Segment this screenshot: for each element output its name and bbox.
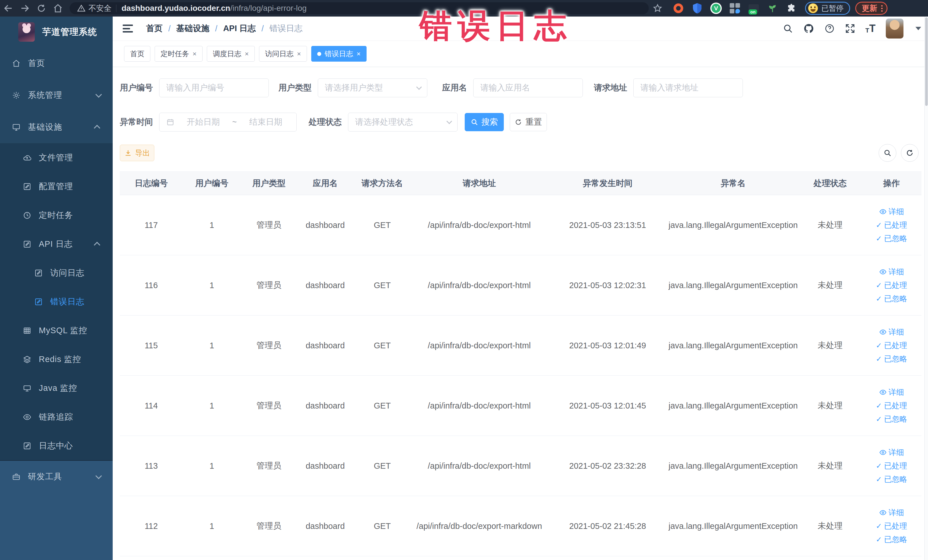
search-icon[interactable] bbox=[783, 23, 793, 34]
sidebar-item-配置管理[interactable]: 配置管理 bbox=[0, 172, 113, 201]
profile-paused-badge[interactable]: 已暂停 bbox=[805, 2, 850, 15]
tag-调度日志[interactable]: 调度日志× bbox=[207, 46, 255, 62]
sidebar-item-基础设施[interactable]: 基础设施 bbox=[0, 111, 113, 143]
extension-plant-icon[interactable] bbox=[766, 2, 779, 15]
tag-首页[interactable]: 首页 bbox=[124, 46, 150, 62]
chevron-down-icon[interactable] bbox=[916, 27, 921, 30]
close-icon[interactable]: × bbox=[192, 50, 197, 57]
eye-icon bbox=[879, 208, 887, 215]
export-button[interactable]: 导出 bbox=[120, 145, 154, 161]
extension-v-icon[interactable]: V bbox=[710, 2, 722, 15]
hamburger-icon[interactable] bbox=[123, 24, 134, 34]
action-详细[interactable]: 详细 bbox=[879, 206, 904, 217]
refresh-table-button[interactable] bbox=[901, 144, 919, 162]
breadcrumb-item[interactable]: 首页 bbox=[146, 23, 163, 34]
action-已处理[interactable]: ✓已处理 bbox=[876, 401, 907, 411]
extension-shield-icon[interactable] bbox=[691, 2, 704, 15]
cell-method: GET bbox=[354, 436, 411, 496]
sidebar-item-系统管理[interactable]: 系统管理 bbox=[0, 79, 113, 111]
table-header-row: 日志编号用户编号用户类型应用名请求方法名请求地址异常发生时间异常名处理状态操作 bbox=[120, 172, 922, 195]
action-已忽略[interactable]: ✓已忽略 bbox=[876, 293, 907, 304]
action-已处理[interactable]: ✓已处理 bbox=[876, 340, 907, 351]
user-avatar[interactable] bbox=[886, 18, 904, 38]
tag-访问日志[interactable]: 访问日志× bbox=[259, 46, 307, 62]
search-button[interactable]: 搜索 bbox=[465, 113, 504, 131]
app-name-input[interactable]: 请输入应用名 bbox=[473, 78, 583, 97]
scrollbar-thumb[interactable] bbox=[925, 17, 928, 106]
sidebar-item-研发工具[interactable]: 研发工具 bbox=[0, 461, 113, 493]
action-已忽略[interactable]: ✓已忽略 bbox=[876, 534, 907, 545]
main-panel: 首页/基础设施/API 日志/错误日志 TT 首页定时任务×调度日志×访问日志×… bbox=[113, 17, 928, 560]
sidebar-item-Java 监控[interactable]: Java 监控 bbox=[0, 374, 113, 403]
sidebar-item-首页[interactable]: 首页 bbox=[0, 47, 113, 79]
cell-app: dashboard bbox=[297, 255, 354, 316]
address-bar[interactable]: 不安全 dashboard.yudao.iocoder.cn/infra/log… bbox=[70, 2, 649, 14]
action-已处理[interactable]: ✓已处理 bbox=[876, 461, 907, 471]
action-已忽略[interactable]: ✓已忽略 bbox=[876, 354, 907, 364]
process-status-select[interactable]: 请选择处理状态 bbox=[348, 113, 458, 131]
extension-orange-icon[interactable] bbox=[672, 2, 685, 15]
sidebar-item-定时任务[interactable]: 定时任务 bbox=[0, 201, 113, 230]
close-icon[interactable]: × bbox=[297, 50, 301, 57]
page-scrollbar[interactable] bbox=[924, 17, 928, 560]
eye-icon bbox=[879, 509, 887, 516]
sidebar-item-MySQL 监控[interactable]: MySQL 监控 bbox=[0, 316, 113, 345]
bookmark-star-icon[interactable] bbox=[653, 3, 662, 13]
filter-row-1: 用户编号 请输入用户编号 用户类型 请选择用户类型 应用名 请输入应用名 请求地… bbox=[120, 78, 922, 97]
tag-定时任务[interactable]: 定时任务× bbox=[155, 46, 203, 62]
sidebar-item-API 日志[interactable]: API 日志 bbox=[0, 230, 113, 258]
extension-on-icon[interactable]: on bbox=[748, 2, 760, 15]
extension-grid-icon[interactable] bbox=[729, 2, 741, 15]
forward-icon[interactable] bbox=[17, 0, 33, 17]
doc-edit-icon bbox=[23, 240, 31, 249]
home-icon[interactable] bbox=[50, 0, 66, 17]
action-详细[interactable]: 详细 bbox=[879, 447, 904, 458]
help-icon[interactable] bbox=[824, 23, 835, 34]
sidebar-item-错误日志[interactable]: 错误日志 bbox=[0, 287, 113, 316]
exception-time-range-picker[interactable]: 开始日期 ~ 结束日期 bbox=[159, 113, 297, 131]
kebab-menu-icon[interactable] bbox=[881, 5, 883, 12]
cell-user_type: 管理员 bbox=[241, 496, 297, 556]
close-icon[interactable]: × bbox=[245, 50, 249, 57]
action-已处理[interactable]: ✓已处理 bbox=[876, 280, 907, 290]
cell-method: GET bbox=[354, 316, 411, 376]
action-已忽略[interactable]: ✓已忽略 bbox=[876, 474, 907, 484]
action-已处理[interactable]: ✓已处理 bbox=[876, 220, 907, 230]
sidebar-item-日志中心[interactable]: 日志中心 bbox=[0, 431, 113, 460]
request-url-input[interactable]: 请输入请求地址 bbox=[633, 78, 743, 97]
sidebar-item-访问日志[interactable]: 访问日志 bbox=[0, 258, 113, 287]
error-log-table: 日志编号用户编号用户类型应用名请求方法名请求地址异常发生时间异常名处理状态操作 … bbox=[120, 171, 922, 556]
chrome-update-button[interactable]: 更新 bbox=[855, 2, 887, 15]
cell-method: GET bbox=[354, 255, 411, 316]
breadcrumb-item[interactable]: 基础设施 bbox=[176, 23, 209, 34]
action-已忽略[interactable]: ✓已忽略 bbox=[876, 414, 907, 424]
fullscreen-icon[interactable] bbox=[845, 23, 855, 34]
breadcrumb-item[interactable]: API 日志 bbox=[223, 23, 256, 34]
action-详细[interactable]: 详细 bbox=[879, 267, 904, 277]
reset-button[interactable]: 重置 bbox=[510, 113, 547, 131]
action-详细[interactable]: 详细 bbox=[879, 508, 904, 518]
action-详细[interactable]: 详细 bbox=[879, 327, 904, 337]
font-size-icon[interactable]: TT bbox=[865, 23, 876, 34]
calendar-icon bbox=[166, 118, 174, 126]
cell-url: /api/infra/db-doc/export-html bbox=[411, 255, 548, 316]
user-type-select[interactable]: 请选择用户类型 bbox=[318, 78, 427, 97]
tag-错误日志[interactable]: 错误日志× bbox=[311, 46, 366, 62]
sidebar-item-Redis 监控[interactable]: Redis 监控 bbox=[0, 345, 113, 374]
reload-icon[interactable] bbox=[33, 0, 50, 17]
toggle-search-button[interactable] bbox=[879, 144, 896, 162]
user-id-input[interactable]: 请输入用户编号 bbox=[159, 78, 269, 97]
check-icon: ✓ bbox=[876, 355, 882, 363]
tag-view-bar: 首页定时任务×调度日志×访问日志×错误日志× bbox=[113, 41, 928, 67]
close-icon[interactable]: × bbox=[357, 50, 360, 57]
sidebar-item-文件管理[interactable]: 文件管理 bbox=[0, 143, 113, 172]
action-详细[interactable]: 详细 bbox=[879, 387, 904, 397]
extensions-puzzle-icon[interactable] bbox=[785, 2, 798, 15]
sidebar-item-链路追踪[interactable]: 链路追踪 bbox=[0, 403, 113, 431]
app-brand[interactable]: 芋道管理系统 bbox=[0, 17, 113, 47]
doc-edit-icon bbox=[34, 298, 43, 306]
github-icon[interactable] bbox=[803, 23, 814, 34]
action-已忽略[interactable]: ✓已忽略 bbox=[876, 233, 907, 244]
back-icon[interactable] bbox=[0, 0, 17, 17]
action-已处理[interactable]: ✓已处理 bbox=[876, 521, 907, 531]
